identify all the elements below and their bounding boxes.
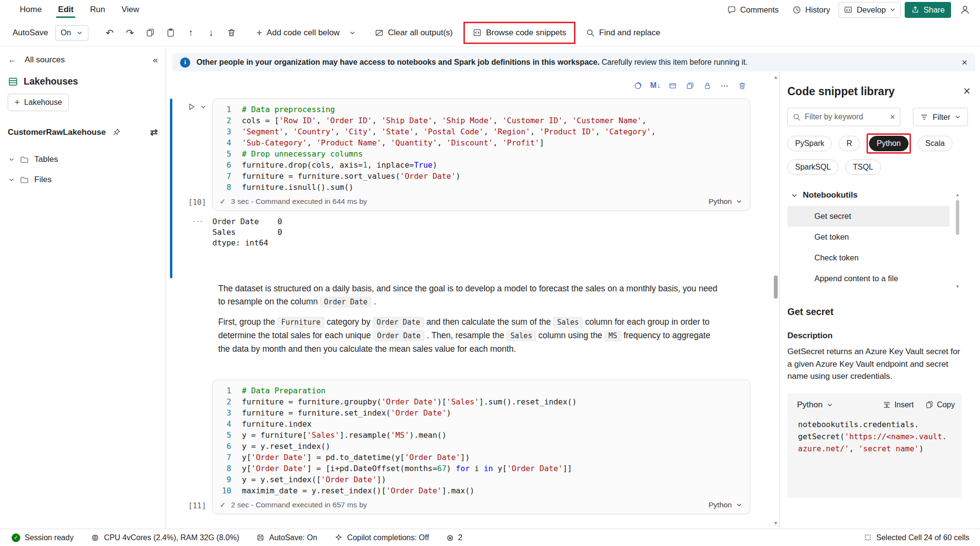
snippet-search-box[interactable]: × xyxy=(787,108,900,126)
snippet-item[interactable]: Check token xyxy=(787,247,950,268)
selection-status[interactable]: Selected Cell 24 of 60 cells xyxy=(864,533,969,542)
language-pill-sparksql[interactable]: SparkSQL xyxy=(787,159,839,175)
scrollbar-thumb[interactable] xyxy=(956,200,959,235)
snippet-item[interactable]: Get secret xyxy=(787,206,950,227)
insert-snippet-button[interactable]: Insert xyxy=(882,401,914,409)
language-pill-scala[interactable]: Scala xyxy=(918,136,952,151)
freeze-cell-lock-icon[interactable] xyxy=(700,78,715,93)
insert-label: Insert xyxy=(895,401,914,409)
share-button[interactable]: Share xyxy=(905,2,951,18)
language-pill-tsql[interactable]: TSQL xyxy=(845,159,881,175)
hide-input-icon[interactable] xyxy=(665,78,681,93)
develop-button[interactable]: Develop xyxy=(839,2,901,18)
sidebar-tree-item-files[interactable]: Files xyxy=(8,170,158,190)
copy-icon[interactable] xyxy=(140,24,160,42)
scroll-up-icon[interactable]: ▲ xyxy=(955,192,960,197)
menu-item-view[interactable]: View xyxy=(113,0,148,19)
copy-snippet-button[interactable]: Copy xyxy=(925,401,955,409)
line-number: 9 xyxy=(213,474,242,485)
notebook-scrollbar[interactable]: ▲ ▼ xyxy=(772,72,779,529)
snippet-search-input[interactable] xyxy=(805,113,886,121)
add-cell-dropdown-icon[interactable] xyxy=(346,24,359,42)
snippet-item[interactable]: Get token xyxy=(787,227,950,247)
switch-lakehouse-icon[interactable]: ⇄ xyxy=(150,127,158,138)
autosave-status[interactable]: AutoSave: On xyxy=(256,533,317,542)
inline-code: Order Date xyxy=(373,330,424,341)
error-count[interactable]: ⊗ 2 xyxy=(447,532,462,543)
clear-search-icon[interactable]: × xyxy=(890,112,895,122)
code-cell-1: [10] 1# Data preprocessing2cols = ['Row … xyxy=(167,99,772,211)
collapse-sidebar-icon[interactable]: « xyxy=(153,55,158,65)
close-panel-icon[interactable]: × xyxy=(963,85,970,97)
pin-icon[interactable] xyxy=(112,128,121,136)
filter-button[interactable]: Filter xyxy=(913,108,968,126)
code-snippets-icon xyxy=(473,28,482,37)
duplicate-cell-icon[interactable] xyxy=(682,78,698,93)
scroll-up-icon[interactable]: ▲ xyxy=(773,74,779,80)
clear-outputs-button[interactable]: Clear all output(s) xyxy=(370,24,458,42)
scroll-down-icon[interactable]: ▼ xyxy=(773,520,779,526)
autosave-toggle[interactable]: On xyxy=(55,25,88,41)
run-by-line-icon[interactable] xyxy=(630,78,646,93)
language-pill-python[interactable]: Python xyxy=(869,136,909,151)
undo-icon[interactable]: ↶ xyxy=(100,24,119,42)
move-down-icon[interactable]: ↓ xyxy=(201,24,221,42)
browse-snippets-button[interactable]: Browse code snippets xyxy=(468,24,571,42)
paste-icon[interactable] xyxy=(161,24,180,42)
cell-language-select[interactable]: Python xyxy=(709,197,742,206)
close-banner-icon[interactable]: × xyxy=(962,57,967,68)
cell-status-bar: ✓ 3 sec - Command executed in 644 ms by … xyxy=(213,196,750,210)
menu-item-run[interactable]: Run xyxy=(82,0,113,19)
language-pill-r[interactable]: R xyxy=(839,136,860,151)
code-line: 6furniture.drop(cols, axis=1, inplace=Tr… xyxy=(213,159,744,171)
menu-item-edit[interactable]: Edit xyxy=(50,0,82,19)
run-cell-icon[interactable] xyxy=(187,102,196,111)
chevron-down-icon xyxy=(890,7,896,13)
session-status[interactable]: ✓ Session ready xyxy=(12,533,73,542)
move-up-icon[interactable]: ↑ xyxy=(181,24,200,42)
share-label: Share xyxy=(924,5,945,14)
selection-icon xyxy=(864,533,872,542)
resource-usage[interactable]: CPU 4vCores (2.4%), RAM 32G (8.0%) xyxy=(91,533,239,542)
find-replace-button[interactable]: Find and replace xyxy=(581,24,665,42)
delete-cell-icon[interactable] xyxy=(734,78,750,93)
cell-output: ··· Order Date 0 Sales 0 dtype: int64 xyxy=(167,216,772,248)
scroll-down-icon[interactable]: ▼ xyxy=(955,284,960,289)
menu-item-home[interactable]: Home xyxy=(12,0,50,19)
sidebar-tree-item-tables[interactable]: Tables xyxy=(8,149,158,170)
add-lakehouse-button[interactable]: + Lakehouse xyxy=(8,94,69,111)
code-editor[interactable]: 1# Data Preparation2furniture = furnitur… xyxy=(213,380,750,499)
redo-icon[interactable]: ↷ xyxy=(120,24,140,42)
chevron-down-icon xyxy=(955,114,961,120)
history-button[interactable]: History xyxy=(787,2,835,17)
all-sources-label[interactable]: All sources xyxy=(25,55,65,65)
cell-status-text: 3 sec - Command executed in 644 ms by xyxy=(231,197,367,206)
filter-label: Filter xyxy=(933,113,951,122)
code-editor[interactable]: 1# Data preprocessing2cols = ['Row ID', … xyxy=(213,99,750,196)
status-bar: ✓ Session ready CPU 4vCores (2.4%), RAM … xyxy=(0,529,980,546)
snippet-group-notebookutils[interactable]: Notebookutils xyxy=(787,188,970,206)
add-code-cell-button[interactable]: + Add code cell below xyxy=(252,23,344,43)
notebook-toolbar: AutoSave On ↶ ↷ ↑ ↓ + Add code cell belo… xyxy=(0,19,980,46)
output-options-icon[interactable]: ··· xyxy=(167,216,212,248)
snippet-item[interactable]: Append content to a file xyxy=(787,268,950,289)
account-avatar[interactable] xyxy=(957,1,973,18)
snippet-list-scrollbar[interactable]: ▲ ▼ xyxy=(955,192,960,289)
delete-icon[interactable] xyxy=(222,24,241,42)
run-options-chevron-icon[interactable] xyxy=(200,104,206,110)
cell-language-select[interactable]: Python xyxy=(709,501,742,509)
copilot-status[interactable]: Copilot completions: Off xyxy=(335,533,429,542)
scrollbar-thumb[interactable] xyxy=(774,275,778,299)
language-pill-pyspark[interactable]: PySpark xyxy=(787,136,832,151)
back-arrow-icon[interactable]: ← xyxy=(8,55,17,65)
markdown-cell[interactable]: The dataset is structured on a daily bas… xyxy=(218,282,724,356)
convert-to-markdown-icon[interactable]: M↓ xyxy=(647,78,663,93)
comments-button[interactable]: Comments xyxy=(722,2,784,17)
more-options-icon[interactable]: ⋯ xyxy=(717,78,733,93)
line-number: 10 xyxy=(213,485,242,496)
annotation-box-python-pill: Python xyxy=(867,133,911,154)
plus-icon: + xyxy=(256,27,262,39)
snippet-language-select[interactable]: Python xyxy=(794,400,833,410)
lakehouse-name[interactable]: CustomerRawLakehouse xyxy=(8,128,106,137)
notebook-canvas: M↓ ⋯ [10] 1# Data preprocessing2cols = xyxy=(167,72,772,529)
